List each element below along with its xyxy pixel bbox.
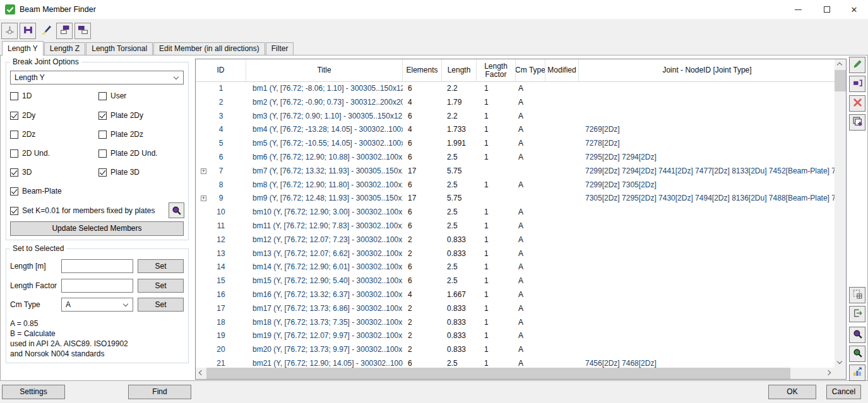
checkbox-plate-3d[interactable]: Plate 3D <box>98 168 140 177</box>
checkbox-3d[interactable]: 3D <box>10 168 32 177</box>
expand-row-icon[interactable]: + <box>201 196 206 201</box>
zoom-members-purple-button[interactable] <box>849 327 865 343</box>
copy-properties-tool-button[interactable] <box>74 23 91 39</box>
beam-section-tool-button[interactable] <box>20 23 36 39</box>
horizontal-scroll-thumb[interactable] <box>206 368 790 379</box>
set-length-m-button[interactable]: Set <box>138 259 184 273</box>
minimize-button[interactable] <box>784 0 812 19</box>
table-row[interactable]: 9+bm9 (Y, [76.72; 12.48; 11.93] - 300305… <box>196 192 835 206</box>
checkbox-plate-2dz[interactable]: Plate 2Dz <box>98 130 143 139</box>
scroll-down-icon[interactable] <box>837 359 842 364</box>
cell-title: bm9 (Y, [76.72; 12.48; 11.93] - 300305..… <box>246 192 403 206</box>
copy-properties-tool-icon <box>78 25 88 37</box>
scroll-right-icon[interactable] <box>826 370 831 375</box>
column-header-joint-nodeid-joint-type[interactable]: Joint - NodeID [Joint Type] <box>579 59 836 81</box>
table-row[interactable]: 4bm4 (Y, [76.72; -13.28; 14.05] - 300302… <box>196 123 835 137</box>
table-row[interactable]: 8bm8 (Y, [76.72; 12.90; 11.80] - 300302.… <box>196 178 835 192</box>
checkbox-beam-plate[interactable]: Beam-Plate <box>10 187 62 196</box>
scroll-left-icon[interactable] <box>199 370 204 375</box>
table-row[interactable]: 20bm20 (Y, [76.72; 13.73; 9.97] - 300302… <box>196 343 835 357</box>
members-table: IDTitleElementsLengthLength FactorCm Typ… <box>195 59 847 380</box>
table-row[interactable]: 14bm14 (Y, [76.72; 12.90; 6.01] - 300302… <box>196 260 835 274</box>
rename-member-button[interactable] <box>849 76 865 92</box>
checkbox-2d-und[interactable]: 2D Und. <box>10 149 50 158</box>
cell-length: 0.833 <box>442 343 477 357</box>
break-joint-tool-button[interactable] <box>1 23 18 39</box>
checkbox-2dy[interactable]: 2Dy <box>10 111 35 120</box>
length-m-input[interactable] <box>61 259 133 273</box>
tab-filter[interactable]: Filter <box>266 42 294 55</box>
cell-joints: 7456[2Dz] 7468[2Dz] <box>579 357 835 368</box>
update-selected-members-button[interactable]: Update Selected Members <box>10 221 184 236</box>
table-row[interactable]: 17bm17 (Y, [76.72; 13.73; 6.86] - 300302… <box>196 302 835 316</box>
tab-length-z[interactable]: Length Z <box>44 42 85 55</box>
set-length-factor-button[interactable]: Set <box>138 279 184 293</box>
close-button[interactable]: ✕ <box>840 0 868 19</box>
checkbox-plate-2dy[interactable]: Plate 2Dy <box>98 111 143 120</box>
vertical-scroll-thumb[interactable] <box>835 70 846 91</box>
table-row[interactable]: 11bm11 (Y, [76.72; 12.90; 7.83] - 300302… <box>196 219 835 233</box>
cell-joints <box>579 247 835 261</box>
checkbox-plate-2d-und[interactable]: Plate 2D Und. <box>98 149 158 158</box>
checkbox-label: User <box>110 91 126 100</box>
column-header-modified[interactable]: Modified <box>545 59 579 81</box>
table-row[interactable]: 19bm19 (Y, [76.72; 12.07; 9.97] - 300302… <box>196 329 835 343</box>
table-row[interactable]: 12bm12 (Y, [76.72; 12.07; 7.23] - 300302… <box>196 233 835 247</box>
vertical-scrollbar[interactable] <box>835 59 846 368</box>
find-button[interactable]: Find <box>128 385 191 399</box>
table-row[interactable]: 6bm6 (Y, [76.72; 12.90; 10.88] - 300302.… <box>196 151 835 165</box>
delete-member-button[interactable] <box>849 95 865 112</box>
export-member-button[interactable] <box>849 306 865 322</box>
table-row[interactable]: 16bm16 (Y, [76.72; 13.32; 6.37] - 300302… <box>196 288 835 302</box>
table-row[interactable]: 21bm21 (Y, [76.72; 12.90; 14.05] - 30030… <box>196 357 835 368</box>
tab-edit-member-in-all-directions[interactable]: Edit Member (in all directions) <box>153 42 265 55</box>
column-header-cm-type[interactable]: Cm Type <box>516 59 545 81</box>
table-row[interactable]: 13bm13 (Y, [76.72; 12.07; 6.62] - 300302… <box>196 247 835 261</box>
edit-member-button[interactable] <box>849 57 865 73</box>
checkbox-label: 2D Und. <box>22 149 50 158</box>
column-header-elements[interactable]: Elements <box>403 59 442 81</box>
brush-tool-button[interactable] <box>38 23 54 39</box>
set-cm-type-button[interactable]: Set <box>138 298 184 312</box>
cell-cm: A <box>516 178 545 192</box>
cell-factor: 1 <box>477 233 516 247</box>
cell-modified <box>545 206 579 219</box>
cell-cm <box>516 165 545 178</box>
settings-button[interactable]: Settings <box>2 385 65 399</box>
table-row[interactable]: 10bm10 (Y, [76.72; 12.90; 3.00] - 300302… <box>196 206 835 219</box>
checkbox-user[interactable]: User <box>98 91 126 100</box>
checkbox-2dz[interactable]: 2Dz <box>10 130 35 139</box>
expand-row-icon[interactable]: + <box>201 168 206 174</box>
export-chart-button[interactable] <box>849 365 865 381</box>
table-row[interactable]: 3bm3 (Y, [76.72; 0.90; 1.10] - 300305..1… <box>196 110 835 124</box>
ok-button[interactable]: OK <box>768 385 816 399</box>
table-row[interactable]: 5bm5 (Y, [76.72; -10.55; 14.05] - 300302… <box>196 137 835 151</box>
scroll-up-icon[interactable] <box>837 62 842 67</box>
cm-type-dropdown[interactable]: A <box>61 298 133 312</box>
table-row[interactable]: 15bm15 (Y, [76.72; 12.90; 5.40] - 300302… <box>196 274 835 288</box>
column-header-title[interactable]: Title <box>246 59 403 81</box>
table-row[interactable]: 2bm2 (Y, [76.72; -0.90; 0.73] - 300312..… <box>196 96 835 110</box>
select-members-grid-button[interactable] <box>849 287 865 303</box>
copy-member-tool-button[interactable] <box>56 23 73 39</box>
cancel-button[interactable]: Cancel <box>826 385 861 399</box>
column-header-id[interactable]: ID <box>196 59 246 81</box>
column-header-length[interactable]: Length <box>442 59 477 81</box>
table-row[interactable]: 18bm18 (Y, [76.72; 13.73; 7.35] - 300302… <box>196 316 835 330</box>
break-mode-dropdown[interactable]: Length Y <box>10 71 184 85</box>
tab-length-y[interactable]: Length Y <box>2 41 44 56</box>
tab-length-torsional[interactable]: Length Torsional <box>86 42 153 55</box>
maximize-button[interactable] <box>813 0 841 19</box>
set-k-checkbox[interactable]: Set K=0.01 for members fixed by plates <box>10 206 155 215</box>
checkbox-box <box>10 112 18 120</box>
cell-length: 2.5 <box>442 219 477 233</box>
length-factor-input[interactable] <box>61 279 133 293</box>
horizontal-scrollbar[interactable] <box>196 368 835 379</box>
table-row[interactable]: 1bm1 (Y, [76.72; -8.06; 1.10] - 300305..… <box>196 82 835 96</box>
column-header-length-factor[interactable]: Length Factor <box>477 59 516 81</box>
add-member-button[interactable] <box>849 114 865 131</box>
table-row[interactable]: 7+bm7 (Y, [76.72; 13.32; 11.93] - 300305… <box>196 165 835 178</box>
zoom-members-green-button[interactable] <box>849 346 865 362</box>
checkbox-1d[interactable]: 1D <box>10 91 32 100</box>
search-members-button[interactable] <box>169 202 184 218</box>
